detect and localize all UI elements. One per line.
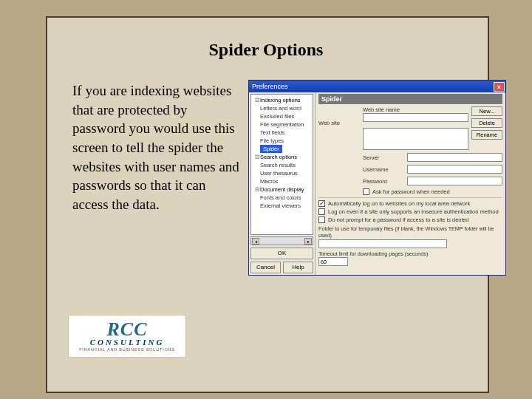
scroll-left-icon[interactable]: ◂ <box>252 238 259 245</box>
tree-item[interactable]: Fonts and colors <box>260 194 311 202</box>
slide-background: Spider Options If you are indexing websi… <box>0 0 532 399</box>
panel-header: Spider <box>318 94 502 104</box>
preferences-dialog: Preferences × ⊟Indexing options Letters … <box>248 80 506 276</box>
website-name-label: Web site name <box>363 106 468 113</box>
tree-item[interactable]: Search results <box>260 161 311 169</box>
password-label: Password <box>363 178 404 185</box>
delete-button[interactable]: Delete <box>471 118 502 128</box>
tree-item[interactable]: Text fields <box>260 129 311 137</box>
tree-item[interactable]: Excluded files <box>260 112 311 120</box>
auto-logon-label: Automatically log on to websites on my l… <box>328 200 470 207</box>
logo-line3: FINANCIAL AND BUSINESS SOLUTIONS <box>79 347 175 352</box>
timeout-input[interactable]: 60 <box>318 257 348 266</box>
temp-folder-note: Folder to use for temporary files (if bl… <box>318 225 502 239</box>
logo-line2: CONSULTING <box>90 338 165 347</box>
server-input[interactable] <box>407 153 502 162</box>
new-button[interactable]: New... <box>471 106 502 116</box>
tree-item[interactable]: User thesaurus <box>260 169 311 177</box>
tree-root-search[interactable]: ⊟Search options <box>254 153 311 161</box>
options-tree[interactable]: ⊟Indexing options Letters and word Exclu… <box>250 94 313 235</box>
body-paragraph: If you are indexing websites that are pr… <box>72 81 242 214</box>
rcc-logo: RCC CONSULTING FINANCIAL AND BUSINESS SO… <box>68 315 186 358</box>
no-prompt-label: Do not prompt for a password if access t… <box>328 216 469 223</box>
spider-panel: Spider Web site Web site name New... Del… <box>316 92 505 275</box>
server-label: Server <box>363 154 404 161</box>
insecure-logon-checkbox[interactable] <box>318 208 325 215</box>
ok-button[interactable]: OK <box>250 248 313 259</box>
logo-line1: RCC <box>106 321 147 338</box>
cancel-button[interactable]: Cancel <box>250 262 281 273</box>
close-icon[interactable]: × <box>494 82 505 92</box>
password-input[interactable] <box>407 177 502 185</box>
ask-password-label: Ask for password when needed <box>372 188 450 195</box>
dialog-left-pane: ⊟Indexing options Letters and word Exclu… <box>249 92 316 275</box>
tree-root-indexing[interactable]: ⊟Indexing options <box>254 96 311 104</box>
ask-password-checkbox[interactable] <box>363 188 369 195</box>
tree-root-display[interactable]: ⊟Document display <box>254 185 311 194</box>
username-input[interactable] <box>407 165 502 174</box>
rename-button[interactable]: Rename <box>471 130 502 140</box>
tree-scrollbar[interactable]: ◂ ▸ <box>250 236 313 245</box>
timeout-label: Timeout limit for downloading pages (sec… <box>318 250 502 257</box>
page-title: Spider Options <box>0 40 532 60</box>
dialog-titlebar: Preferences × <box>249 81 505 92</box>
website-listbox[interactable] <box>363 128 468 150</box>
divider <box>318 197 502 198</box>
help-button[interactable]: Help <box>283 262 313 273</box>
temp-folder-input[interactable] <box>318 239 447 248</box>
tree-item[interactable]: Macros <box>260 177 311 185</box>
tree-item[interactable]: File types <box>260 137 311 145</box>
dialog-body: ⊟Indexing options Letters and word Exclu… <box>249 92 505 275</box>
insecure-logon-label: Log on even if a site only supports an i… <box>328 208 499 215</box>
scroll-right-icon[interactable]: ▸ <box>304 238 312 245</box>
tree-item[interactable]: File segmentation <box>260 120 311 129</box>
website-name-input[interactable] <box>363 113 468 122</box>
tree-item[interactable]: Letters and word <box>260 104 311 112</box>
website-label: Web site <box>318 120 360 126</box>
username-label: Username <box>363 166 404 173</box>
no-prompt-checkbox[interactable] <box>318 216 325 223</box>
tree-item-spider[interactable]: Spider <box>260 145 311 153</box>
auto-logon-checkbox[interactable] <box>318 200 325 207</box>
tree-item[interactable]: External viewers <box>260 202 311 210</box>
dialog-title: Preferences <box>252 83 288 90</box>
